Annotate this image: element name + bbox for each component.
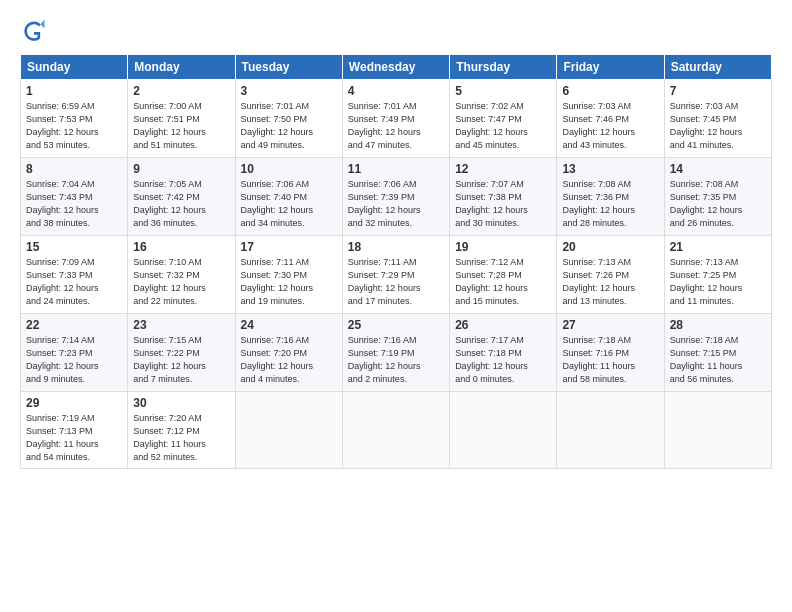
day-number: 19 <box>455 240 551 254</box>
day-number: 4 <box>348 84 444 98</box>
day-number: 9 <box>133 162 229 176</box>
day-cell-empty-4 <box>450 392 557 469</box>
day-cell-18: 18Sunrise: 7:11 AM Sunset: 7:29 PM Dayli… <box>342 236 449 314</box>
weekday-header-friday: Friday <box>557 55 664 80</box>
day-cell-8: 8Sunrise: 7:04 AM Sunset: 7:43 PM Daylig… <box>21 158 128 236</box>
day-info: Sunrise: 7:06 AM Sunset: 7:40 PM Dayligh… <box>241 178 337 230</box>
day-cell-empty-3 <box>342 392 449 469</box>
day-info: Sunrise: 7:18 AM Sunset: 7:15 PM Dayligh… <box>670 334 766 386</box>
weekday-header-wednesday: Wednesday <box>342 55 449 80</box>
day-cell-1: 1Sunrise: 6:59 AM Sunset: 7:53 PM Daylig… <box>21 80 128 158</box>
day-number: 2 <box>133 84 229 98</box>
day-number: 16 <box>133 240 229 254</box>
day-info: Sunrise: 7:19 AM Sunset: 7:13 PM Dayligh… <box>26 412 122 464</box>
logo <box>20 18 52 46</box>
day-cell-empty-5 <box>557 392 664 469</box>
header <box>20 18 772 46</box>
day-info: Sunrise: 7:16 AM Sunset: 7:20 PM Dayligh… <box>241 334 337 386</box>
day-cell-26: 26Sunrise: 7:17 AM Sunset: 7:18 PM Dayli… <box>450 314 557 392</box>
day-number: 7 <box>670 84 766 98</box>
day-number: 15 <box>26 240 122 254</box>
day-info: Sunrise: 7:04 AM Sunset: 7:43 PM Dayligh… <box>26 178 122 230</box>
day-number: 3 <box>241 84 337 98</box>
day-number: 22 <box>26 318 122 332</box>
day-cell-24: 24Sunrise: 7:16 AM Sunset: 7:20 PM Dayli… <box>235 314 342 392</box>
day-info: Sunrise: 6:59 AM Sunset: 7:53 PM Dayligh… <box>26 100 122 152</box>
day-info: Sunrise: 7:13 AM Sunset: 7:25 PM Dayligh… <box>670 256 766 308</box>
day-info: Sunrise: 7:03 AM Sunset: 7:46 PM Dayligh… <box>562 100 658 152</box>
day-cell-9: 9Sunrise: 7:05 AM Sunset: 7:42 PM Daylig… <box>128 158 235 236</box>
day-cell-28: 28Sunrise: 7:18 AM Sunset: 7:15 PM Dayli… <box>664 314 771 392</box>
day-cell-21: 21Sunrise: 7:13 AM Sunset: 7:25 PM Dayli… <box>664 236 771 314</box>
day-number: 29 <box>26 396 122 410</box>
day-info: Sunrise: 7:12 AM Sunset: 7:28 PM Dayligh… <box>455 256 551 308</box>
day-info: Sunrise: 7:01 AM Sunset: 7:50 PM Dayligh… <box>241 100 337 152</box>
day-cell-empty-2 <box>235 392 342 469</box>
day-number: 17 <box>241 240 337 254</box>
day-cell-27: 27Sunrise: 7:18 AM Sunset: 7:16 PM Dayli… <box>557 314 664 392</box>
day-cell-23: 23Sunrise: 7:15 AM Sunset: 7:22 PM Dayli… <box>128 314 235 392</box>
day-number: 18 <box>348 240 444 254</box>
day-cell-4: 4Sunrise: 7:01 AM Sunset: 7:49 PM Daylig… <box>342 80 449 158</box>
day-info: Sunrise: 7:06 AM Sunset: 7:39 PM Dayligh… <box>348 178 444 230</box>
weekday-header-row: SundayMondayTuesdayWednesdayThursdayFrid… <box>21 55 772 80</box>
week-row-1: 1Sunrise: 6:59 AM Sunset: 7:53 PM Daylig… <box>21 80 772 158</box>
day-number: 14 <box>670 162 766 176</box>
day-number: 6 <box>562 84 658 98</box>
day-number: 26 <box>455 318 551 332</box>
day-number: 1 <box>26 84 122 98</box>
day-cell-29: 29Sunrise: 7:19 AM Sunset: 7:13 PM Dayli… <box>21 392 128 469</box>
day-number: 20 <box>562 240 658 254</box>
day-cell-10: 10Sunrise: 7:06 AM Sunset: 7:40 PM Dayli… <box>235 158 342 236</box>
logo-icon <box>20 18 48 46</box>
day-cell-22: 22Sunrise: 7:14 AM Sunset: 7:23 PM Dayli… <box>21 314 128 392</box>
day-cell-14: 14Sunrise: 7:08 AM Sunset: 7:35 PM Dayli… <box>664 158 771 236</box>
day-number: 10 <box>241 162 337 176</box>
calendar-table: SundayMondayTuesdayWednesdayThursdayFrid… <box>20 54 772 469</box>
day-cell-20: 20Sunrise: 7:13 AM Sunset: 7:26 PM Dayli… <box>557 236 664 314</box>
day-number: 30 <box>133 396 229 410</box>
day-cell-3: 3Sunrise: 7:01 AM Sunset: 7:50 PM Daylig… <box>235 80 342 158</box>
page: SundayMondayTuesdayWednesdayThursdayFrid… <box>0 0 792 479</box>
day-info: Sunrise: 7:08 AM Sunset: 7:36 PM Dayligh… <box>562 178 658 230</box>
day-info: Sunrise: 7:02 AM Sunset: 7:47 PM Dayligh… <box>455 100 551 152</box>
day-info: Sunrise: 7:14 AM Sunset: 7:23 PM Dayligh… <box>26 334 122 386</box>
weekday-header-saturday: Saturday <box>664 55 771 80</box>
day-number: 23 <box>133 318 229 332</box>
day-number: 13 <box>562 162 658 176</box>
day-number: 11 <box>348 162 444 176</box>
day-cell-16: 16Sunrise: 7:10 AM Sunset: 7:32 PM Dayli… <box>128 236 235 314</box>
weekday-header-tuesday: Tuesday <box>235 55 342 80</box>
day-info: Sunrise: 7:18 AM Sunset: 7:16 PM Dayligh… <box>562 334 658 386</box>
day-info: Sunrise: 7:07 AM Sunset: 7:38 PM Dayligh… <box>455 178 551 230</box>
day-cell-15: 15Sunrise: 7:09 AM Sunset: 7:33 PM Dayli… <box>21 236 128 314</box>
weekday-header-sunday: Sunday <box>21 55 128 80</box>
day-number: 5 <box>455 84 551 98</box>
day-info: Sunrise: 7:13 AM Sunset: 7:26 PM Dayligh… <box>562 256 658 308</box>
day-cell-13: 13Sunrise: 7:08 AM Sunset: 7:36 PM Dayli… <box>557 158 664 236</box>
day-cell-30: 30Sunrise: 7:20 AM Sunset: 7:12 PM Dayli… <box>128 392 235 469</box>
weekday-header-thursday: Thursday <box>450 55 557 80</box>
day-info: Sunrise: 7:11 AM Sunset: 7:29 PM Dayligh… <box>348 256 444 308</box>
day-cell-11: 11Sunrise: 7:06 AM Sunset: 7:39 PM Dayli… <box>342 158 449 236</box>
day-number: 27 <box>562 318 658 332</box>
week-row-5: 29Sunrise: 7:19 AM Sunset: 7:13 PM Dayli… <box>21 392 772 469</box>
day-info: Sunrise: 7:00 AM Sunset: 7:51 PM Dayligh… <box>133 100 229 152</box>
day-info: Sunrise: 7:05 AM Sunset: 7:42 PM Dayligh… <box>133 178 229 230</box>
day-info: Sunrise: 7:10 AM Sunset: 7:32 PM Dayligh… <box>133 256 229 308</box>
day-info: Sunrise: 7:03 AM Sunset: 7:45 PM Dayligh… <box>670 100 766 152</box>
day-number: 25 <box>348 318 444 332</box>
day-number: 28 <box>670 318 766 332</box>
day-cell-empty-6 <box>664 392 771 469</box>
day-info: Sunrise: 7:20 AM Sunset: 7:12 PM Dayligh… <box>133 412 229 464</box>
day-info: Sunrise: 7:11 AM Sunset: 7:30 PM Dayligh… <box>241 256 337 308</box>
week-row-2: 8Sunrise: 7:04 AM Sunset: 7:43 PM Daylig… <box>21 158 772 236</box>
day-info: Sunrise: 7:16 AM Sunset: 7:19 PM Dayligh… <box>348 334 444 386</box>
weekday-header-monday: Monday <box>128 55 235 80</box>
day-info: Sunrise: 7:15 AM Sunset: 7:22 PM Dayligh… <box>133 334 229 386</box>
day-number: 24 <box>241 318 337 332</box>
day-cell-5: 5Sunrise: 7:02 AM Sunset: 7:47 PM Daylig… <box>450 80 557 158</box>
day-cell-17: 17Sunrise: 7:11 AM Sunset: 7:30 PM Dayli… <box>235 236 342 314</box>
day-cell-2: 2Sunrise: 7:00 AM Sunset: 7:51 PM Daylig… <box>128 80 235 158</box>
day-number: 21 <box>670 240 766 254</box>
